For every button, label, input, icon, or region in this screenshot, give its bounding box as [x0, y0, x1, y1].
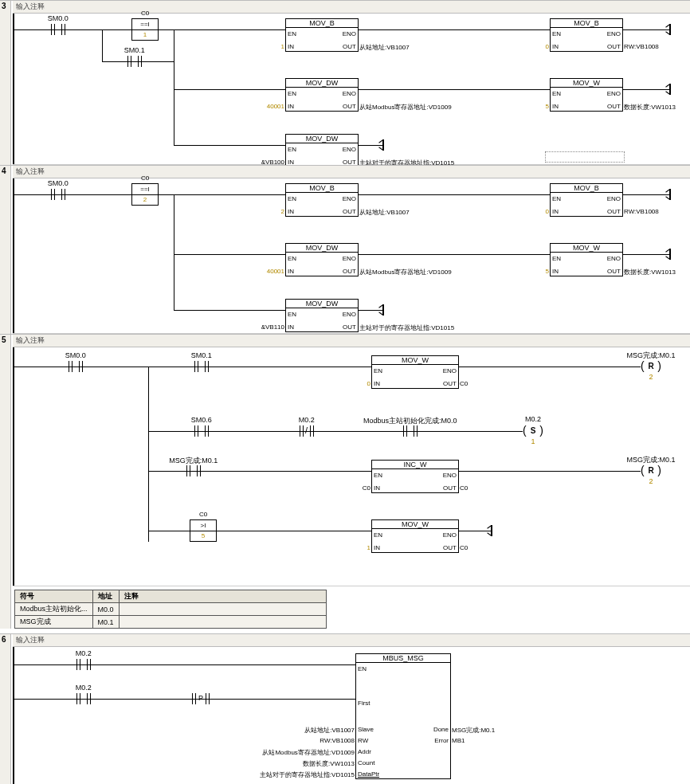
placeholder-box — [545, 151, 625, 163]
network-number: 5 — [2, 335, 6, 344]
fbox-mov-dw-2: MOV_DW ENENO INOUT &VB110 主站对于的寄存器地址指:VD… — [285, 299, 359, 332]
symbol-table: 符号地址注释 Modbus主站初始化...M0.0 MSG完成M0.1 — [14, 590, 327, 629]
network-number: 3 — [2, 2, 6, 10]
contact-modbus-init: Modbus主站初始化完成:M0.0 — [403, 425, 418, 440]
contact-sm01: SM0.1 — [127, 56, 142, 70]
network-4: 4 输入注释 SM0.0 C0 ==I2 MOV_B ENENO INOUT 2… — [0, 165, 690, 334]
fbox-mov-w-1: MOV_W ENENO INOUT 0 C0 — [371, 355, 459, 389]
compare-c0-gt: C0 >I5 — [190, 519, 217, 542]
contact-pulse: P — [192, 693, 210, 708]
fbox-inc-w: INC_W ENENO INOUT C0 C0 — [371, 460, 459, 493]
contact-m02-b: M0.2 — [76, 693, 91, 708]
contact-sm06: SM0.6 — [194, 425, 209, 440]
fbox-mov-dw-2: MOV_DW ENENO INOUT &VB100 主站对于的寄存器地址指:VD… — [285, 134, 359, 167]
network-3: 3 输入注释 SM0.0 C0 ==I1 SM0.1 MOV_B ENENO I… — [0, 0, 690, 165]
fbox-mbus-msg: MBUS_MSG EN First Slave RW Addr Count Da… — [355, 653, 451, 779]
compare-c0-eq: C0 ==I1 — [131, 18, 159, 41]
network-comment[interactable]: 输入注释 — [13, 166, 690, 178]
network-comment[interactable]: 输入注释 — [13, 1, 690, 14]
fbox-mov-w-2: MOV_W ENENO INOUT 1 C0 — [371, 519, 459, 553]
fbox-mov-b-1: MOV_B ENENO INOUT 1 从站地址:VB1007 — [285, 18, 359, 52]
fbox-mov-b-2: MOV_B ENENO INOUT 0 RW:VB1008 — [550, 183, 623, 217]
network-6: 6 输入注释 M0.2 M0.2 P MBUS_MSG EN First Sla… — [0, 633, 690, 784]
coil-set-m02: M0.2S1 — [523, 425, 543, 437]
network-comment[interactable]: 输入注释 — [13, 335, 690, 347]
contact-msg-done: MSG完成:M0.1 — [186, 465, 201, 480]
network-number: 6 — [2, 635, 6, 644]
terminator-icon — [669, 249, 671, 260]
terminator-icon — [491, 525, 492, 536]
terminator-icon — [669, 84, 671, 95]
coil-reset-1: MSG完成:M0.1R2 — [641, 360, 661, 373]
terminator-icon — [382, 304, 384, 316]
coil-reset-2: MSG完成:M0.1R2 — [641, 465, 661, 477]
contact-sm00: SM0.0 — [69, 361, 83, 375]
contact-sm01: SM0.1 — [194, 361, 209, 375]
fbox-mov-dw-1: MOV_DW ENENO INOUT 40001 从站Modbus寄存器地址:V… — [285, 243, 359, 276]
terminator-icon — [382, 139, 384, 151]
fbox-mov-b-2: MOV_B ENENO INOUT 0 RW:VB1008 — [550, 18, 623, 52]
contact-sm00: SM0.0 — [51, 189, 65, 203]
terminator-icon — [669, 24, 671, 35]
contact-m02-a: M0.2 — [76, 659, 91, 673]
network-comment[interactable]: 输入注释 — [13, 634, 690, 647]
fbox-mov-w-1: MOV_W ENENO INOUT 5 数据长度:VW1013 — [550, 78, 623, 112]
network-number: 4 — [2, 167, 6, 175]
terminator-icon — [669, 189, 671, 200]
compare-c0-eq: C0 ==I2 — [131, 183, 159, 206]
fbox-mov-w-1: MOV_W ENENO INOUT 5 数据长度:VW1013 — [550, 243, 623, 276]
fbox-mov-b-1: MOV_B ENENO INOUT 2 从站地址:VB1007 — [285, 183, 359, 217]
network-5: 5 输入注释 SM0.0 SM0.1 MOV_W ENENO INOUT 0 C… — [0, 334, 690, 629]
contact-sm00: SM0.0 — [51, 24, 65, 38]
contact-not-m02: M0.2/ — [300, 425, 314, 440]
fbox-mov-dw-1: MOV_DW ENENO INOUT 40001 从站Modbus寄存器地址:V… — [285, 78, 359, 112]
